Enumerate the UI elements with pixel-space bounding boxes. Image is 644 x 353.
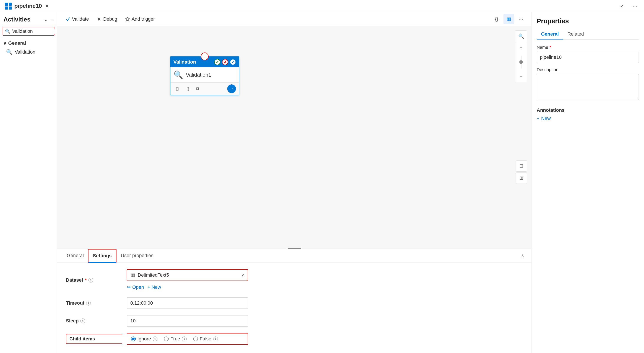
activity-node-name: Validation1: [186, 72, 236, 78]
search-icon: 🔍: [5, 29, 10, 34]
logo-icon: [4, 2, 12, 10]
dataset-new-button[interactable]: + New: [148, 283, 161, 291]
activity-node-card[interactable]: Validation ✓ ✗ ✓ 🔍 Validation1 🗑 {}: [170, 56, 240, 95]
description-label-text: Description: [537, 67, 558, 72]
zoom-thumb[interactable]: [519, 60, 523, 64]
dataset-select-arrow-icon: ∨: [241, 273, 244, 277]
timeout-control[interactable]: [127, 297, 248, 309]
svg-rect-0: [5, 3, 8, 6]
svg-rect-2: [5, 7, 8, 10]
canvas-content[interactable]: Validation ✓ ✗ ✓ 🔍 Validation1 🗑 {}: [57, 26, 531, 249]
canvas-zoom-in-button[interactable]: +: [516, 42, 527, 53]
radio-ignore-circle[interactable]: [131, 336, 136, 341]
canvas-grid-button[interactable]: ⊞: [516, 172, 527, 184]
sleep-info-icon[interactable]: ℹ: [80, 318, 85, 323]
properties-name-label: Name *: [537, 45, 639, 50]
radio-ignore-info[interactable]: ℹ: [153, 336, 158, 341]
tab-general[interactable]: General: [62, 249, 88, 262]
properties-description-label: Description: [537, 67, 639, 72]
annotations-new-label: New: [541, 116, 551, 121]
properties-description-textarea[interactable]: [537, 74, 639, 100]
radio-false[interactable]: False ℹ: [193, 336, 218, 342]
sleep-input[interactable]: [127, 315, 248, 326]
properties-tab-general[interactable]: General: [537, 29, 563, 40]
sidebar-collapse-left-btn[interactable]: ‹: [50, 16, 54, 23]
item-action-2[interactable]: ⋮: [45, 49, 51, 55]
sleep-label: Sleep ℹ: [66, 318, 122, 324]
panel-collapse-button[interactable]: ∧: [519, 251, 526, 260]
sidebar-section-header[interactable]: ∨ General: [3, 40, 54, 47]
radio-ignore[interactable]: Ignore ℹ: [131, 336, 158, 342]
properties-tab-related[interactable]: Related: [563, 29, 588, 40]
canvas-zoom-slider[interactable]: [516, 53, 527, 71]
section-label: General: [8, 40, 26, 46]
tab-settings-label: Settings: [93, 253, 112, 258]
tab-settings[interactable]: Settings: [88, 249, 116, 263]
canvas-area: Validate Debug Add trigger {} ▦ ⋯: [57, 12, 531, 353]
properties-tabs: General Related: [537, 29, 639, 40]
canvas-extra-buttons: ⊡ ⊞: [516, 160, 527, 184]
node-navigate-button[interactable]: →: [227, 84, 236, 93]
activity-node-side-badges: ✓ ✗ ✓: [214, 59, 236, 65]
activity-node-validation[interactable]: Validation ✓ ✗ ✓ 🔍 Validation1 🗑 {}: [170, 56, 240, 95]
sidebar-item-label: Validation: [15, 49, 38, 55]
sidebar-collapse-btn[interactable]: ⌄: [43, 16, 48, 23]
validate-button[interactable]: Validate: [62, 15, 92, 24]
panel-view-button[interactable]: ▦: [504, 14, 514, 24]
dataset-select-value: DelimitedText5: [138, 272, 239, 278]
topbar-more-button[interactable]: ⋯: [630, 1, 640, 11]
properties-title: Properties: [537, 17, 639, 25]
dataset-required-marker: *: [85, 277, 87, 283]
radio-ignore-label: Ignore: [138, 336, 151, 342]
node-delete-button[interactable]: 🗑: [174, 86, 181, 92]
radio-false-info[interactable]: ℹ: [213, 336, 218, 341]
toolbar-more-button[interactable]: ⋯: [516, 14, 526, 24]
node-code-button[interactable]: {}: [185, 86, 191, 92]
canvas-search-button[interactable]: 🔍: [516, 31, 527, 42]
add-trigger-button[interactable]: Add trigger: [122, 15, 158, 24]
child-items-label-text: Child items: [70, 336, 95, 342]
timeout-info-icon[interactable]: ℹ: [86, 301, 91, 305]
radio-false-circle[interactable]: [193, 336, 198, 341]
radio-true-circle[interactable]: [164, 336, 169, 341]
trigger-icon: [125, 17, 130, 22]
radio-true-info[interactable]: ℹ: [182, 336, 187, 341]
maximize-button[interactable]: ⤢: [617, 1, 627, 11]
canvas-zoom-out-button[interactable]: −: [516, 71, 527, 82]
plus-icon: +: [148, 284, 150, 290]
validate-icon: [66, 17, 70, 22]
sidebar-search-box[interactable]: 🔍: [2, 27, 54, 36]
dataset-row: Dataset * ℹ ▦ DelimitedText5 ∨ ✏: [66, 269, 522, 291]
properties-name-input[interactable]: [537, 52, 639, 63]
sleep-label-text: Sleep: [66, 318, 79, 324]
dataset-select[interactable]: ▦ DelimitedText5 ∨: [127, 269, 248, 281]
timeout-label-text: Timeout: [66, 300, 84, 306]
canvas-separator: [288, 248, 301, 249]
node-copy-button[interactable]: ⧉: [194, 86, 201, 92]
properties-name-field: Name *: [537, 45, 639, 63]
sleep-control[interactable]: [127, 315, 248, 326]
open-label: Open: [132, 284, 144, 290]
item-action-1[interactable]: ≡: [40, 49, 44, 55]
timeout-row: Timeout ℹ: [66, 297, 522, 309]
code-view-button[interactable]: {}: [491, 14, 502, 24]
annotations-plus-icon: +: [537, 116, 540, 121]
debug-button[interactable]: Debug: [94, 15, 120, 24]
radio-true[interactable]: True ℹ: [164, 336, 186, 342]
dataset-info-icon[interactable]: ℹ: [88, 278, 93, 282]
tab-user-properties[interactable]: User properties: [116, 249, 158, 262]
badge-success: ✓: [214, 59, 220, 65]
sidebar: Activities ⌄ ‹ 🔍 ∨ General 🔍 Validation …: [0, 12, 57, 353]
top-bar-right: ⤢ ⋯: [617, 1, 640, 11]
annotations-new-button[interactable]: + New: [537, 116, 551, 121]
sidebar-item-validation[interactable]: 🔍 Validation ≡ ⋮: [3, 47, 54, 57]
annotations-label: Annotations: [537, 107, 639, 113]
canvas-fit-button[interactable]: ⊡: [516, 160, 527, 172]
zoom-track[interactable]: [520, 56, 522, 69]
dataset-open-button[interactable]: ✏ Open: [127, 283, 144, 291]
node-connector-circle: [201, 53, 208, 60]
svg-marker-4: [98, 17, 101, 21]
timeout-input[interactable]: [127, 297, 248, 309]
canvas-controls: 🔍 + −: [515, 30, 527, 82]
open-icon: ✏: [127, 284, 131, 290]
